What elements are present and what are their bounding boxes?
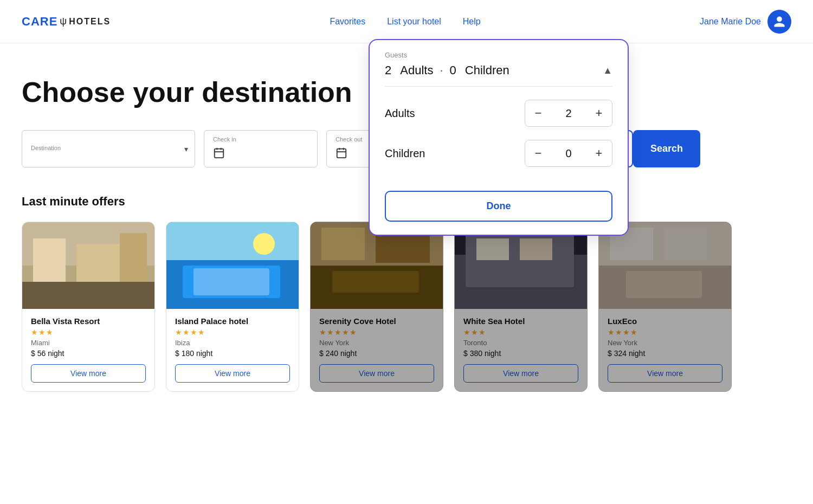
hotel-city: Toronto [463,339,578,347]
dropdown-adults-count: 2 [385,63,391,77]
checkin-label: Check in [213,136,308,143]
logo-care: CARE [22,15,57,29]
adults-row-label: Adults [385,107,415,120]
children-counter: − 0 + [525,140,612,167]
hotel-city: Ibiza [175,339,290,347]
hotel-card: LuxEco ★★★★ New York $ 324 night View mo… [598,222,732,392]
adults-increment-button[interactable]: + [586,100,612,126]
hero-section: Choose your destination Destination ▾ Ch… [0,43,813,184]
svg-rect-35 [664,228,707,260]
svg-rect-4 [337,149,346,158]
hotel-name: Island Palace hotel [175,316,290,326]
guests-dropdown-summary: 2 Adults · 0 Children [385,63,509,77]
adults-row: Adults − 2 + [385,100,612,127]
dropdown-chevron-up-icon: ▲ [603,65,612,76]
svg-rect-25 [332,271,419,293]
svg-rect-30 [476,238,509,260]
hotel-info: Bella Vista Resort ★★★ Miami $ 56 night … [22,309,154,391]
children-decrement-button[interactable]: − [525,140,551,166]
dropdown-children-count: 0 [450,63,456,77]
hotel-city: New York [608,339,722,347]
svg-rect-0 [215,149,224,158]
children-increment-button[interactable]: + [586,140,612,166]
adults-decrement-button[interactable]: − [525,100,551,126]
destination-chevron-icon: ▾ [184,145,188,153]
hotel-price: $ 180 night [175,349,290,358]
svg-rect-31 [520,238,552,260]
hotel-card: White Sea Hotel ★★★ Toronto $ 380 night … [454,222,588,392]
destination-label: Destination [31,145,186,151]
adults-counter-value: 2 [551,107,586,120]
guests-section-label: Guests [385,51,612,59]
svg-rect-10 [33,238,66,282]
dropdown-children-label: Children [465,63,509,77]
adults-counter: − 2 + [525,100,612,127]
children-row-label: Children [385,147,425,160]
nav-favorites[interactable]: Favorites [330,17,365,27]
checkin-calendar-icon [213,147,308,161]
search-button[interactable]: Search [633,130,700,167]
logo-icon: ψ [60,16,67,27]
nav-help[interactable]: Help [463,17,481,27]
hotel-name: Serenity Cove Hotel [319,316,434,326]
hotel-image [22,222,154,309]
children-row: Children − 0 + [385,140,612,167]
svg-rect-11 [76,244,120,282]
svg-rect-22 [321,228,365,260]
header: CARE ψ HOTELS Favorites List your hotel … [0,0,813,43]
done-btn-wrap: Done [370,180,628,235]
hotel-stars: ★★★ [463,328,578,337]
hotel-info: LuxEco ★★★★ New York $ 324 night View mo… [599,309,731,391]
guests-dropdown-header: Guests 2 Adults · 0 Children ▲ [370,40,628,86]
svg-rect-37 [626,271,702,298]
guests-dropdown-summary-row: 2 Adults · 0 Children ▲ [385,63,612,77]
hotel-name: White Sea Hotel [463,316,578,326]
hotel-price: $ 240 night [319,349,434,358]
hotel-name: Bella Vista Resort [31,316,146,326]
svg-point-19 [253,233,275,255]
main-nav: Favorites List your hotel Help [330,17,480,27]
view-more-button[interactable]: View more [31,364,146,383]
logo: CARE ψ HOTELS [22,15,111,29]
hotel-price: $ 380 night [463,349,578,358]
hotel-price: $ 56 night [31,349,146,358]
dropdown-dot: · [440,63,443,77]
hotel-stars: ★★★★★ [319,328,434,337]
checkin-field[interactable]: Check in [204,130,318,167]
view-more-button[interactable]: View more [175,364,290,383]
hotel-info: Island Palace hotel ★★★★ Ibiza $ 180 nig… [166,309,299,391]
hotel-stars: ★★★★ [608,328,722,337]
dropdown-adults-label: Adults [400,63,433,77]
svg-rect-13 [22,282,154,309]
hotel-stars: ★★★★ [175,328,290,337]
hotel-card: Bella Vista Resort ★★★ Miami $ 56 night … [22,222,155,392]
svg-rect-12 [120,233,147,282]
hotel-price: $ 324 night [608,349,722,358]
svg-rect-18 [193,268,269,295]
user-area: Jane Marie Doe [700,10,791,34]
hotel-cards-list: Bella Vista Resort ★★★ Miami $ 56 night … [22,222,791,392]
user-avatar[interactable] [767,10,791,34]
svg-rect-15 [166,222,299,260]
destination-field[interactable]: Destination ▾ [22,130,195,167]
children-counter-value: 0 [551,147,586,160]
hotel-card: Serenity Cove Hotel ★★★★★ New York $ 240… [310,222,443,392]
view-more-button[interactable]: View more [319,364,434,383]
view-more-button[interactable]: View more [463,364,578,383]
user-name: Jane Marie Doe [700,17,761,27]
hotel-stars: ★★★ [31,328,146,337]
logo-hotels: HOTELS [69,17,111,27]
view-more-button[interactable]: View more [608,364,722,383]
hotel-city: New York [319,339,434,347]
hotel-card: Island Palace hotel ★★★★ Ibiza $ 180 nig… [166,222,299,392]
nav-list-hotel[interactable]: List your hotel [387,17,441,27]
hotel-city: Miami [31,339,146,347]
hotel-name: LuxEco [608,316,722,326]
hotel-image [166,222,299,309]
hotel-info: White Sea Hotel ★★★ Toronto $ 380 night … [455,309,587,391]
hotel-info: Serenity Cove Hotel ★★★★★ New York $ 240… [311,309,443,391]
done-button[interactable]: Done [385,191,612,222]
guests-dropdown-panel: Guests 2 Adults · 0 Children ▲ Adults − [369,39,629,236]
guests-rows: Adults − 2 + Children − 0 + [370,87,628,180]
